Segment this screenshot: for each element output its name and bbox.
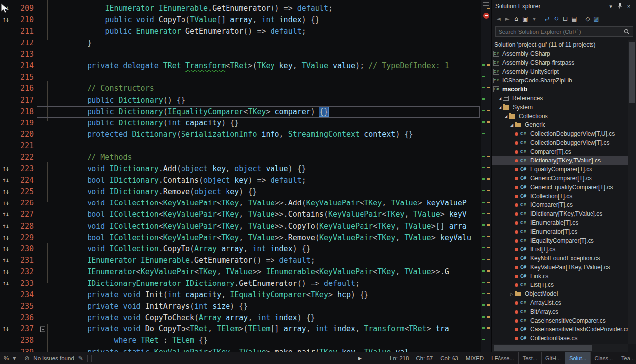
code-line[interactable]: 219 public Dictionary(int capacity) {} — [0, 118, 481, 129]
override-indicator-icon[interactable]: ↑↓ — [0, 269, 11, 275]
refresh-icon[interactable]: ↻ — [552, 15, 561, 22]
override-indicator-icon[interactable]: ↑↓ — [0, 281, 11, 286]
override-indicator-icon[interactable]: ↑↓ — [0, 166, 11, 172]
code-line[interactable]: 238 where TRet : TElem {} — [0, 335, 481, 346]
collapse-icon[interactable]: ◢ — [509, 123, 515, 127]
collapse-icon[interactable]: ◢ — [497, 105, 503, 110]
tree-item-ilist-t-cs[interactable]: C#IList[T].cs — [492, 245, 628, 254]
code-line[interactable]: 221 — [0, 140, 481, 152]
code-line[interactable]: ↑↓230 void ICollection.CopyTo(Array arra… — [0, 243, 481, 255]
expand-panel-icon[interactable]: ▶ — [358, 356, 362, 361]
tree-item-system[interactable]: ◢System — [492, 103, 628, 112]
override-indicator-icon[interactable]: ↑↓ — [0, 326, 11, 332]
fold-collapse-icon[interactable]: − — [40, 326, 45, 332]
tool-window-tab-solut[interactable]: Solut... — [565, 352, 591, 364]
tool-window-tab-tea[interactable]: Tea... — [617, 352, 636, 364]
close-icon[interactable]: × — [624, 3, 633, 9]
tree-item-genericcomparer-t-cs[interactable]: C#GenericComparer[T].cs — [492, 174, 628, 183]
code-line[interactable]: ↑↓232 IEnumerator<KeyValuePair<TKey, TVa… — [0, 266, 481, 278]
code-line[interactable]: 214 private delegate TRet Transform<TRet… — [0, 60, 481, 72]
tool-window-tab-class[interactable]: Class... — [591, 352, 617, 364]
tree-item-collectiondebuggerview-t-u-cs[interactable]: C#CollectionDebuggerView[T,U].cs — [492, 129, 628, 138]
encoding-indicator[interactable]: MIXED — [466, 355, 484, 361]
column-indicator[interactable]: Col: 63 — [440, 355, 458, 361]
code-line[interactable]: 234 private void Init(int capacity, IEqu… — [0, 289, 481, 301]
code-line[interactable]: 216 // Constructors — [0, 83, 481, 94]
show-all-files-icon[interactable]: ▤ — [570, 15, 579, 22]
code-line[interactable]: ↑↓231 IEnumerator IEnumerable.GetEnumera… — [0, 255, 481, 266]
tree-item-caseinsensitivecomparer-cs[interactable]: C#CaseInsensitiveComparer.cs — [492, 316, 628, 325]
override-indicator-icon[interactable]: ↑↓ — [0, 17, 11, 23]
switch-views-icon[interactable]: ▣ — [521, 15, 530, 22]
override-indicator-icon[interactable]: ↑↓ — [0, 178, 11, 183]
code-line[interactable]: 236 private void CopyToCheck(Array array… — [0, 312, 481, 324]
status-message[interactable]: No issues found — [33, 355, 74, 361]
tree-item-comparer-t-cs[interactable]: C#Comparer[T].cs — [492, 147, 628, 156]
code-editor[interactable]: ↑↓209 IEnumerator IEnumerable.GetEnumera… — [0, 0, 491, 352]
override-indicator-icon[interactable]: ↑↓ — [0, 224, 11, 229]
tree-item-iequalitycomparer-t-cs[interactable]: C#IEqualityComparer[T].cs — [492, 236, 628, 245]
tree-item-generic[interactable]: ◢Generic — [492, 121, 628, 129]
tree-item-mscorlib[interactable]: C#mscorlib — [492, 85, 628, 94]
override-indicator-icon[interactable]: ↑↓ — [0, 246, 11, 252]
tree-item-list-t-cs[interactable]: C#List[T].cs — [492, 281, 628, 289]
code-line[interactable]: 222 // Methods — [0, 152, 481, 163]
collapse-icon[interactable]: ◢ — [497, 96, 503, 101]
tree-item-collections[interactable]: ◢Collections — [492, 112, 628, 121]
override-indicator-icon[interactable]: ↑↓ — [0, 212, 11, 217]
solution-explorer-titlebar[interactable]: Solution Explorer ▾ × — [492, 0, 636, 12]
line-indicator[interactable]: Ln: 218 — [390, 355, 409, 361]
chevron-down-icon[interactable]: ▾ — [13, 355, 16, 362]
code-line[interactable]: ↑↓224 bool IDictionary.Contains(object k… — [0, 175, 481, 186]
code-line[interactable]: 235 private void InitArrays(int size) {} — [0, 301, 481, 312]
tree-item-objectmodel[interactable]: ▷ObjectModel — [492, 289, 628, 298]
splitter-grip-icon[interactable] — [483, 2, 489, 6]
tree-item-bitarray-cs[interactable]: C#BitArray.cs — [492, 307, 628, 316]
tree-item-assembly-csharp-firstpass[interactable]: C#Assembly-CSharp-firstpass — [492, 58, 628, 67]
scrollbar-thumb[interactable] — [629, 42, 635, 103]
view-code-icon[interactable]: ◇ — [583, 15, 592, 22]
tree-item-assembly-csharp[interactable]: C#Assembly-CSharp — [492, 49, 628, 58]
tree-item-ienumerable-t-cs[interactable]: C#IEnumerable[T].cs — [492, 218, 628, 227]
override-indicator-icon[interactable]: ↑↓ — [0, 201, 11, 206]
tree-item-link-cs[interactable]: C#Link.cs — [492, 272, 628, 281]
tree-item-idictionary-tkey-tvalue-cs[interactable]: C#IDictionary[TKey,TValue].cs — [492, 209, 628, 218]
code-line[interactable]: ↑↓223 void IDictionary.Add(object key, o… — [0, 163, 481, 175]
code-line[interactable]: 215 — [0, 72, 481, 83]
code-line[interactable]: ↑↓228 void ICollection<KeyValuePair<TKey… — [0, 221, 481, 232]
override-indicator-icon[interactable]: ↑↓ — [0, 235, 11, 241]
tree-item-arraylist-cs[interactable]: C#ArrayList.cs — [492, 298, 628, 307]
editor-scrollbar[interactable] — [481, 0, 491, 352]
expand-icon[interactable]: ▷ — [509, 292, 515, 296]
code-line[interactable]: ↑↓226 void ICollection<KeyValuePair<TKey… — [0, 198, 481, 209]
sync-with-active-document-icon[interactable]: ⇄ — [543, 15, 552, 22]
se-vertical-scrollbar[interactable] — [628, 40, 636, 344]
tree-item-collectiondebuggerview-t-cs[interactable]: C#CollectionDebuggerView[T].cs — [492, 138, 628, 147]
code-line[interactable]: ↑↓233 IDictionaryEnumerator IDictionary.… — [0, 278, 481, 289]
code-line[interactable]: ↑↓225 void IDictionary.Remove(object key… — [0, 186, 481, 198]
tree-item-collectionbase-cs[interactable]: C#CollectionBase.cs — [492, 334, 628, 343]
code-line[interactable]: ↑↓209 IEnumerator IEnumerable.GetEnumera… — [0, 3, 481, 14]
code-line[interactable]: 218 public Dictionary(IEqualityComparer<… — [0, 106, 481, 118]
window-menu-icon[interactable]: ▾ — [606, 3, 615, 10]
character-indicator[interactable]: Ch: 57 — [416, 355, 433, 361]
tree-item-equalitycomparer-t-cs[interactable]: C#EqualityComparer[T].cs — [492, 165, 628, 174]
code-line[interactable]: ↑↓229 bool ICollection<KeyValuePair<TKey… — [0, 232, 481, 243]
home-icon[interactable]: ⌂ — [512, 15, 521, 22]
collapse-all-icon[interactable]: ⊟ — [561, 15, 570, 22]
chevron-down-icon[interactable]: ▾ — [530, 15, 539, 22]
tree-item-icollection-t-cs[interactable]: C#ICollection[T].cs — [492, 192, 628, 201]
search-input[interactable] — [499, 29, 624, 35]
tool-window-tab-asse[interactable]: Asse... — [494, 352, 519, 364]
tree-item-genericequalitycomparer-t-cs[interactable]: C#GenericEqualityComparer[T].cs — [492, 183, 628, 192]
override-indicator-icon[interactable]: ↑↓ — [0, 189, 11, 195]
tree-item-keynotfoundexception-cs[interactable]: C#KeyNotFoundException.cs — [492, 254, 628, 263]
code-line[interactable]: 211 public Enumerator GetEnumerator() =>… — [0, 26, 481, 37]
collapse-icon[interactable]: ◢ — [503, 114, 509, 119]
override-indicator-icon[interactable]: ↑↓ — [0, 258, 11, 263]
code-line[interactable]: 217 public Dictionary() {} — [0, 95, 481, 106]
tree-item-dictionary-tkey-tvalue-cs[interactable]: C#Dictionary[TKey,TValue].cs — [492, 156, 628, 165]
code-line[interactable]: ↑↓227 bool ICollection<KeyValuePair<TKey… — [0, 209, 481, 220]
code-line[interactable]: ↑↓210 public void CopyTo(TValue[] array,… — [0, 14, 481, 26]
tree-item-assembly-unityscript[interactable]: C#Assembly-UnityScript — [492, 67, 628, 76]
